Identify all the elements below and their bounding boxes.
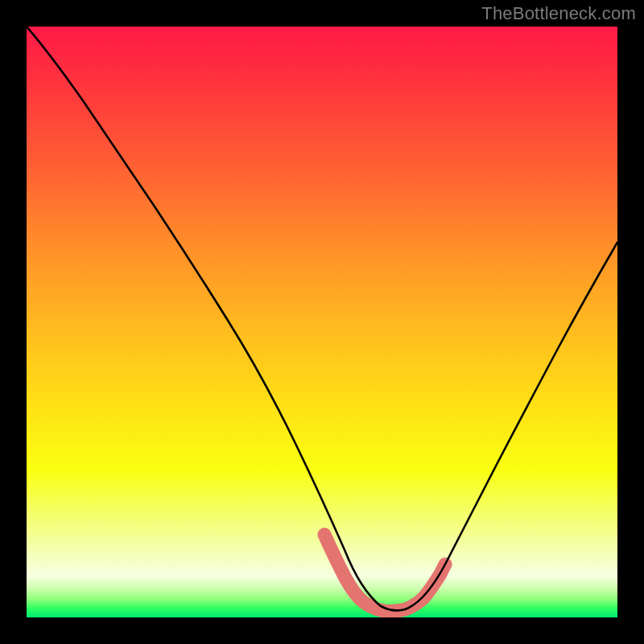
watermark-text: TheBottleneck.com: [481, 3, 636, 24]
chart-frame: TheBottleneck.com: [0, 0, 644, 644]
curve-main: [27, 27, 617, 610]
plot-area: [27, 27, 617, 617]
bottleneck-curve: [27, 27, 617, 617]
